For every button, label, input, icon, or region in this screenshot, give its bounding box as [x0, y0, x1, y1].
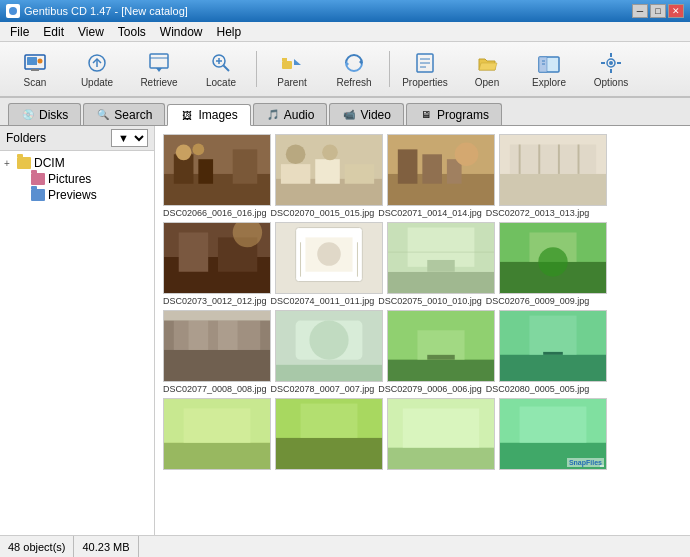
svg-rect-85 [189, 320, 209, 349]
open-button[interactable]: Open [458, 46, 516, 92]
thumbnail-12[interactable] [499, 310, 607, 382]
parent-icon [280, 51, 304, 75]
maximize-button[interactable]: □ [650, 4, 666, 18]
label-10: DSC02078_0007_007.jpg [271, 384, 375, 394]
thumb-item-11[interactable] [387, 310, 495, 382]
parent-button[interactable]: Parent [263, 46, 321, 92]
tab-audio[interactable]: 🎵 Audio [253, 103, 328, 125]
options-label: Options [594, 77, 628, 88]
thumbnail-5[interactable] [163, 222, 271, 294]
thumb-item-4[interactable] [499, 134, 607, 206]
svg-rect-118 [520, 407, 587, 443]
locate-button[interactable]: Locate [192, 46, 250, 92]
thumbnail-16[interactable]: SnapFiles [499, 398, 607, 470]
svg-rect-72 [388, 272, 494, 294]
tree-item-previews[interactable]: Previews [4, 187, 150, 203]
thumbnail-4[interactable] [499, 134, 607, 206]
sidebar-header: Folders ▼ [0, 126, 154, 151]
thumb-item-6[interactable] [275, 222, 383, 294]
thumb-item-9[interactable] [163, 310, 271, 382]
audio-icon: 🎵 [266, 108, 280, 122]
thumb-item-1[interactable] [163, 134, 271, 206]
thumbnail-6[interactable] [275, 222, 383, 294]
row-1-labels: DSC02066_0016_016.jpg DSC02070_0015_015.… [163, 208, 682, 218]
minimize-button[interactable]: ─ [632, 4, 648, 18]
svg-point-81 [538, 247, 567, 276]
svg-point-43 [286, 144, 306, 164]
svg-rect-83 [164, 350, 270, 381]
thumb-item-15[interactable] [387, 398, 495, 470]
svg-point-92 [309, 320, 348, 359]
row-2-labels: DSC02073_0012_012.jpg DSC02074_0011_011.… [163, 296, 682, 306]
properties-button[interactable]: Properties [396, 46, 454, 92]
menu-edit[interactable]: Edit [37, 23, 70, 41]
expand-dcim[interactable]: + [4, 158, 14, 169]
thumbnail-13[interactable] [163, 398, 271, 470]
svg-rect-102 [543, 352, 563, 355]
locate-icon [209, 51, 233, 75]
thumb-item-13[interactable] [163, 398, 271, 470]
menu-tools[interactable]: Tools [112, 23, 152, 41]
thumb-item-8[interactable] [499, 222, 607, 294]
disk-icon: 💿 [21, 108, 35, 122]
thumb-item-3[interactable] [387, 134, 495, 206]
tab-video[interactable]: 📹 Video [329, 103, 403, 125]
thumbnail-3[interactable] [387, 134, 495, 206]
thumbnail-10[interactable] [275, 310, 383, 382]
menu-file[interactable]: File [4, 23, 35, 41]
label-3: DSC02071_0014_014.jpg [378, 208, 482, 218]
svg-point-36 [176, 144, 192, 160]
svg-rect-14 [282, 58, 287, 61]
thumbnail-9[interactable] [163, 310, 271, 382]
svg-point-50 [455, 143, 479, 167]
retrieve-label: Retrieve [140, 77, 177, 88]
thumbnail-7[interactable] [387, 222, 495, 294]
update-icon [85, 51, 109, 75]
tab-search[interactable]: 🔍 Search [83, 103, 165, 125]
svg-rect-40 [281, 164, 310, 184]
thumb-item-5[interactable] [163, 222, 271, 294]
retrieve-icon [147, 51, 171, 75]
refresh-button[interactable]: Refresh [325, 46, 383, 92]
refresh-label: Refresh [336, 77, 371, 88]
thumb-item-10[interactable] [275, 310, 383, 382]
tab-programs[interactable]: 🖥 Programs [406, 103, 502, 125]
tree-item-pictures[interactable]: Pictures [4, 171, 150, 187]
toolbar-separator-2 [389, 51, 390, 87]
menu-help[interactable]: Help [211, 23, 248, 41]
thumbnail-8[interactable] [499, 222, 607, 294]
svg-line-10 [224, 65, 230, 71]
tabs-row: 💿 Disks 🔍 Search 🖼 Images 🎵 Audio 📹 Vide… [0, 98, 690, 126]
tab-images[interactable]: 🖼 Images [167, 104, 250, 126]
close-button[interactable]: ✕ [668, 4, 684, 18]
toolbar: Scan Update Retrieve [0, 42, 690, 98]
tab-disks[interactable]: 💿 Disks [8, 103, 81, 125]
thumb-item-14[interactable] [275, 398, 383, 470]
status-bar: 48 object(s) 40.23 MB [0, 535, 690, 557]
thumbnail-15[interactable] [387, 398, 495, 470]
thumb-item-2[interactable] [275, 134, 383, 206]
thumb-item-16[interactable]: SnapFiles [499, 398, 607, 470]
tree-item-dcim[interactable]: + DCIM [4, 155, 150, 171]
thumb-item-12[interactable] [499, 310, 607, 382]
options-button[interactable]: Options [582, 46, 640, 92]
svg-point-3 [38, 58, 43, 63]
menu-window[interactable]: Window [154, 23, 209, 41]
svg-point-26 [609, 61, 613, 65]
sidebar-dropdown[interactable]: ▼ [111, 129, 148, 147]
thumbnail-11[interactable] [387, 310, 495, 382]
image-row-4: SnapFiles [163, 398, 682, 472]
scan-icon [23, 51, 47, 75]
thumbnail-1[interactable] [163, 134, 271, 206]
refresh-icon [342, 51, 366, 75]
thumb-item-7[interactable] [387, 222, 495, 294]
explore-button[interactable]: Explore [520, 46, 578, 92]
menu-view[interactable]: View [72, 23, 110, 41]
retrieve-button[interactable]: Retrieve [130, 46, 188, 92]
svg-rect-47 [398, 149, 418, 183]
content-area[interactable]: DSC02066_0016_016.jpg DSC02070_0015_015.… [155, 126, 690, 535]
scan-button[interactable]: Scan [6, 46, 64, 92]
thumbnail-2[interactable] [275, 134, 383, 206]
update-button[interactable]: Update [68, 46, 126, 92]
thumbnail-14[interactable] [275, 398, 383, 470]
